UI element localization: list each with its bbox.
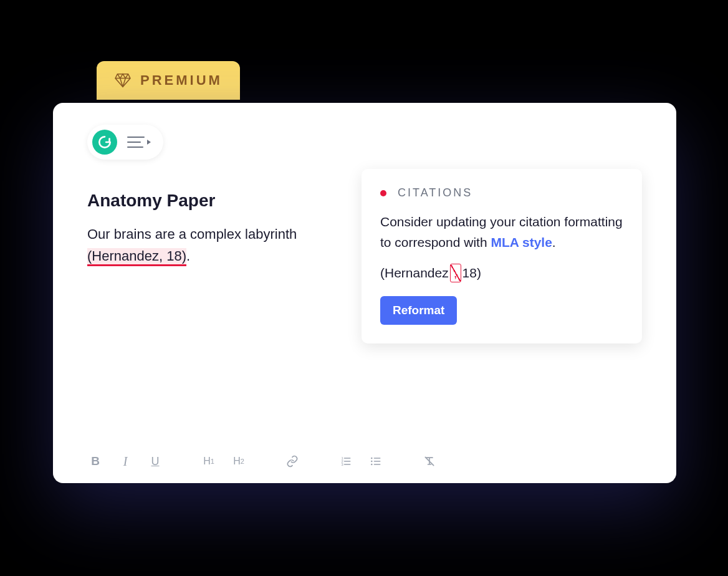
suggestion-message: Consider updating your citation formatti… bbox=[380, 212, 623, 252]
citation-highlight[interactable]: (Hernandez, 18) bbox=[87, 248, 186, 266]
svg-point-10 bbox=[371, 461, 373, 463]
premium-label: PREMIUM bbox=[140, 72, 223, 89]
document-title: Anatomy Paper bbox=[87, 191, 337, 211]
suggestion-category: CITATIONS bbox=[398, 186, 472, 199]
premium-tab[interactable]: PREMIUM bbox=[97, 61, 240, 100]
correction-mark: , bbox=[450, 264, 461, 282]
top-toolbar bbox=[87, 125, 163, 160]
link-icon bbox=[286, 455, 299, 468]
ordered-list-icon: 1 2 3 bbox=[340, 455, 352, 468]
grammarly-logo-icon[interactable] bbox=[92, 130, 117, 155]
bold-button[interactable]: B bbox=[87, 453, 103, 469]
document-content[interactable]: Anatomy Paper Our brains are a complex l… bbox=[87, 191, 337, 343]
unordered-list-button[interactable] bbox=[368, 453, 384, 469]
heading2-button[interactable]: H2 bbox=[231, 453, 247, 469]
diamond-icon bbox=[114, 73, 132, 88]
example-prefix: (Hernandez bbox=[380, 266, 449, 280]
body-text-suffix: . bbox=[186, 248, 190, 264]
suggestion-suffix: . bbox=[552, 235, 556, 249]
example-suffix: 18) bbox=[462, 266, 481, 280]
suggestion-card: CITATIONS Consider updating your citatio… bbox=[362, 169, 642, 343]
chevron-right-icon bbox=[147, 140, 151, 145]
outline-menu-button[interactable] bbox=[127, 137, 151, 148]
content-area: Anatomy Paper Our brains are a complex l… bbox=[87, 191, 642, 343]
link-button[interactable] bbox=[284, 453, 300, 469]
menu-lines-icon bbox=[127, 137, 145, 148]
heading1-button[interactable]: H1 bbox=[201, 453, 217, 469]
ordered-list-button[interactable]: 1 2 3 bbox=[338, 453, 354, 469]
format-toolbar: B I U H1 H2 1 2 3 bbox=[87, 453, 438, 469]
unordered-list-icon bbox=[370, 455, 382, 468]
citation-example: (Hernandez,18) bbox=[380, 264, 623, 282]
clear-format-button[interactable] bbox=[421, 453, 438, 469]
reformat-button[interactable]: Reformat bbox=[380, 296, 457, 325]
document-body: Our brains are a complex labyrinth (Hern… bbox=[87, 223, 337, 267]
svg-point-9 bbox=[371, 458, 373, 459]
svg-text:3: 3 bbox=[342, 463, 343, 466]
clear-format-icon bbox=[423, 455, 436, 468]
alert-dot-icon bbox=[380, 190, 386, 196]
suggestion-header: CITATIONS bbox=[380, 186, 623, 199]
editor-card: Anatomy Paper Our brains are a complex l… bbox=[53, 103, 676, 483]
svg-point-11 bbox=[371, 464, 373, 466]
italic-button[interactable]: I bbox=[117, 453, 133, 469]
underline-button[interactable]: U bbox=[147, 453, 163, 469]
style-link[interactable]: MLA style bbox=[491, 235, 552, 249]
body-text-prefix: Our brains are a complex labyrinth bbox=[87, 226, 297, 242]
